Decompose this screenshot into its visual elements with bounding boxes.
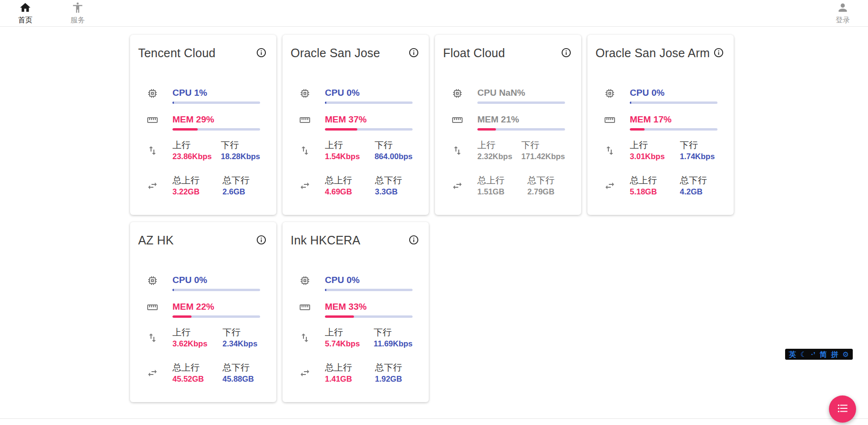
download-speed-value: 171.42Kbps bbox=[521, 151, 565, 162]
nav-home-label: 首页 bbox=[18, 16, 32, 25]
info-icon[interactable] bbox=[256, 234, 267, 245]
server-card-title: AZ HK bbox=[138, 233, 174, 247]
cpu-usage-label: CPU 0% bbox=[325, 88, 413, 98]
ime-toolbar: 英 ☾ ·’ 简 拼 ⚙ bbox=[785, 349, 853, 360]
ime-simplified-toggle[interactable]: 简 bbox=[820, 349, 827, 360]
upload-speed-value: 23.86Kbps bbox=[172, 151, 221, 162]
upload-speed-value: 2.32Kbps bbox=[477, 151, 521, 162]
cpu-chip-icon bbox=[147, 275, 158, 291]
cpu-progress-bar bbox=[325, 289, 413, 291]
download-label: 下行 bbox=[222, 327, 257, 338]
mem-progress-bar bbox=[477, 128, 565, 131]
cpu-progress-bar bbox=[172, 101, 260, 104]
total-upload-value: 1.51GB bbox=[477, 186, 527, 198]
total-download-value: 4.2GB bbox=[680, 186, 707, 198]
server-card-0: Tencent Cloud CPU 1% MEM 29% bbox=[130, 35, 276, 215]
server-card-title: Float Cloud bbox=[443, 46, 505, 60]
mem-progress-bar bbox=[325, 128, 413, 131]
download-speed-value: 2.34Kbps bbox=[222, 338, 257, 350]
upload-label: 上行 bbox=[325, 140, 374, 151]
mem-usage-label: MEM 21% bbox=[477, 114, 565, 125]
footer-divider bbox=[0, 418, 868, 419]
memory-ruler-icon bbox=[299, 302, 311, 318]
ime-pinyin-toggle[interactable]: 拼 bbox=[831, 349, 838, 360]
upload-speed-value: 1.54Kbps bbox=[325, 151, 374, 162]
nav-services-label: 服务 bbox=[71, 16, 85, 25]
cpu-chip-icon bbox=[299, 275, 311, 291]
total-download-label: 总下行 bbox=[222, 175, 250, 186]
total-download-value: 2.6GB bbox=[222, 186, 250, 198]
download-label: 下行 bbox=[680, 140, 715, 151]
swap-vertical-icon bbox=[147, 332, 158, 345]
server-card-3: Oracle San Jose Arm CPU 0% MEM bbox=[587, 35, 734, 215]
nav-item-services[interactable]: 服务 bbox=[67, 0, 89, 27]
person-icon bbox=[837, 1, 849, 15]
cpu-chip-icon bbox=[147, 88, 158, 104]
swap-horizontal-icon bbox=[604, 180, 616, 193]
swap-vertical-icon bbox=[299, 332, 311, 345]
upload-speed-value: 5.74Kbps bbox=[325, 338, 373, 350]
nav-login-label: 登录 bbox=[836, 16, 850, 25]
mem-progress-bar bbox=[172, 315, 260, 318]
download-speed-value: 864.00bps bbox=[374, 151, 413, 162]
mem-usage-label: MEM 17% bbox=[630, 114, 717, 125]
swap-horizontal-icon bbox=[147, 180, 158, 193]
server-card-grid: Tencent Cloud CPU 1% MEM 29% bbox=[130, 35, 735, 402]
upload-label: 上行 bbox=[172, 327, 222, 338]
server-card-5: Ink HKCERA CPU 0% MEM 33% bbox=[283, 222, 429, 402]
upload-speed-value: 3.01Kbps bbox=[630, 151, 680, 162]
info-icon[interactable] bbox=[561, 47, 572, 58]
cpu-usage-label: CPU NaN% bbox=[477, 88, 565, 98]
memory-ruler-icon bbox=[604, 114, 616, 131]
mem-usage-label: MEM 33% bbox=[325, 302, 413, 312]
ime-language-toggle[interactable]: 英 bbox=[789, 349, 796, 360]
server-card-2: Float Cloud CPU NaN% MEM 21% bbox=[435, 35, 581, 215]
cpu-usage-label: CPU 0% bbox=[172, 275, 260, 285]
info-icon[interactable] bbox=[256, 47, 267, 58]
cpu-progress-bar bbox=[325, 101, 413, 104]
cpu-chip-icon bbox=[604, 88, 616, 104]
info-icon[interactable] bbox=[713, 47, 724, 58]
mem-progress-bar bbox=[630, 128, 717, 131]
nav-item-login[interactable]: 登录 bbox=[832, 0, 854, 27]
memory-ruler-icon bbox=[452, 114, 463, 131]
total-upload-label: 总上行 bbox=[172, 175, 222, 186]
total-download-label: 总下行 bbox=[375, 175, 402, 186]
gear-icon[interactable]: ⚙ bbox=[843, 349, 849, 360]
swap-horizontal-icon bbox=[299, 180, 311, 193]
info-icon[interactable] bbox=[408, 234, 419, 245]
ime-punctuation-toggle[interactable]: ·’ bbox=[811, 349, 815, 360]
upload-label: 上行 bbox=[325, 327, 373, 338]
accessibility-icon bbox=[71, 1, 84, 15]
info-icon[interactable] bbox=[408, 47, 419, 58]
moon-icon[interactable]: ☾ bbox=[800, 349, 807, 360]
swap-vertical-icon bbox=[299, 145, 311, 158]
top-navbar: 首页 服务 登录 bbox=[0, 0, 868, 27]
cpu-usage-label: CPU 0% bbox=[325, 275, 413, 285]
mem-usage-label: MEM 37% bbox=[325, 114, 413, 125]
total-upload-label: 总上行 bbox=[477, 175, 527, 186]
server-card-1: Oracle San Jose CPU 0% MEM 37% bbox=[283, 35, 429, 215]
upload-label: 上行 bbox=[630, 140, 680, 151]
total-download-label: 总下行 bbox=[680, 175, 707, 186]
nav-item-home[interactable]: 首页 bbox=[14, 0, 36, 27]
total-upload-value: 45.52GB bbox=[172, 373, 222, 385]
cpu-chip-icon bbox=[299, 88, 311, 104]
mem-progress-bar bbox=[172, 128, 260, 131]
swap-vertical-icon bbox=[147, 145, 158, 158]
cpu-usage-label: CPU 0% bbox=[630, 88, 717, 98]
swap-horizontal-icon bbox=[147, 367, 158, 381]
list-icon bbox=[837, 402, 849, 416]
total-upload-label: 总上行 bbox=[172, 363, 222, 373]
total-upload-label: 总上行 bbox=[325, 175, 375, 186]
total-upload-value: 1.41GB bbox=[325, 373, 375, 385]
mem-progress-bar bbox=[325, 315, 413, 318]
server-list-fab[interactable] bbox=[829, 395, 856, 423]
total-download-label: 总下行 bbox=[527, 175, 555, 186]
total-upload-label: 总上行 bbox=[325, 363, 375, 373]
swap-horizontal-icon bbox=[452, 180, 463, 193]
total-upload-value: 5.18GB bbox=[630, 186, 680, 198]
total-download-label: 总下行 bbox=[375, 363, 402, 373]
upload-label: 上行 bbox=[172, 140, 221, 151]
server-card-title: Tencent Cloud bbox=[138, 46, 215, 60]
